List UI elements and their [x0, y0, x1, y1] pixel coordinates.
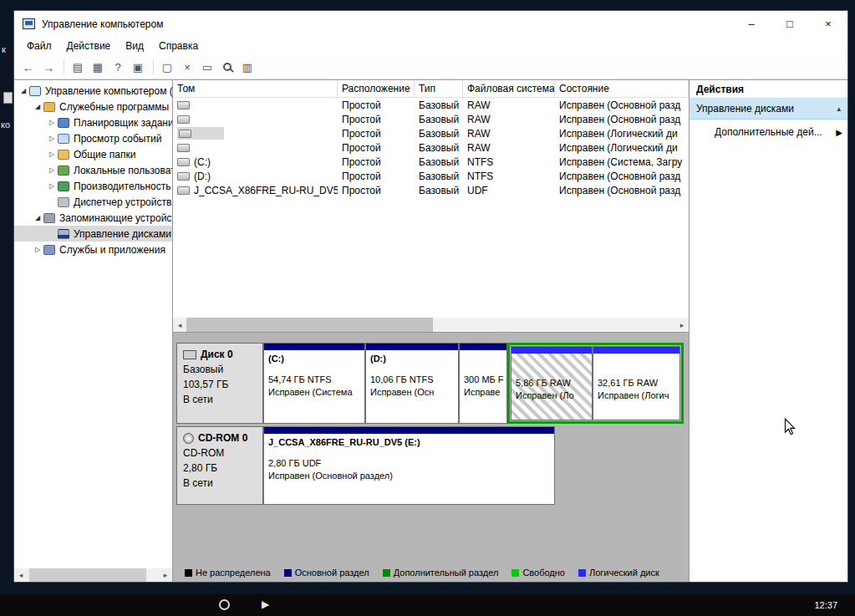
expander-icon[interactable]: ◢ [32, 214, 43, 221]
expander-icon[interactable]: ◢ [18, 87, 29, 94]
maximize-button[interactable]: □ [771, 11, 809, 37]
submenu-arrow-icon: ▶ [836, 128, 842, 137]
menu-view[interactable]: Вид [118, 38, 151, 54]
tree-item-shared-folders[interactable]: ▷ Общие папки [14, 146, 172, 162]
new-window-icon: ▢ [162, 61, 172, 74]
disk-0-info[interactable]: Диск 0 Базовый 103,57 ГБ В сети [176, 343, 263, 424]
volume-row[interactable]: Простой Базовый RAW Исправен (Основной р… [173, 112, 689, 126]
back-button[interactable]: ← [19, 58, 38, 76]
partition-body: 300 МБ F Исправе [460, 350, 506, 423]
volume-row[interactable]: Простой Базовый RAW Исправен (Логический… [173, 140, 689, 155]
collapse-arrow-icon[interactable]: ▴ [837, 104, 841, 113]
actions-disk-management[interactable]: Управление дисками ▴ [690, 99, 847, 120]
forward-button[interactable]: → [39, 58, 58, 76]
volume-name-cell [173, 112, 338, 126]
primary-partition-stripe [460, 344, 506, 350]
column-header-layout[interactable]: Расположение [338, 80, 415, 97]
taskbar-clock[interactable]: 12:37 [814, 600, 837, 610]
expander-icon[interactable]: ▷ [46, 150, 58, 158]
expander-icon[interactable]: ▷ [32, 246, 43, 253]
window-controls: – □ × [732, 11, 847, 37]
expander-icon[interactable]: ▷ [46, 166, 58, 174]
taskbar[interactable]: ▶ 12:37 [0, 594, 855, 616]
column-header-type[interactable]: Тип [415, 80, 463, 97]
filmstrip-button[interactable]: ▥ [238, 58, 257, 76]
actions-panel-title: Действия [690, 80, 847, 99]
tree-item-device-manager[interactable]: Диспетчер устройств [14, 194, 172, 210]
console-tree: ◢ Управление компьютером (л ◢ Служебные … [14, 83, 172, 257]
tree-item-system-tools[interactable]: ◢ Служебные программы [14, 99, 172, 115]
volume-row-focused[interactable]: Простой Базовый RAW Исправен (Логический… [173, 126, 689, 140]
expander-icon[interactable]: ▷ [46, 119, 58, 126]
tree-horizontal-scrollbar[interactable]: ◂ ▸ [14, 568, 172, 582]
close-button[interactable]: × [809, 11, 847, 37]
tree-item-performance[interactable]: ▷ Производительность [14, 178, 172, 194]
volume-icon [177, 172, 190, 181]
partition-recovery[interactable]: 300 МБ F Исправе [459, 343, 507, 424]
volume-list-horizontal-scrollbar[interactable]: ◂ ▸ [173, 318, 689, 332]
partition-c[interactable]: (C:) 54,74 ГБ NTFS Исправен (Система [263, 343, 365, 424]
cdrom-0-info[interactable]: CD-ROM 0 CD-ROM 2,80 ГБ В сети [176, 426, 263, 505]
minimize-button[interactable]: – [732, 11, 771, 37]
export-list-button[interactable]: ▤ [69, 58, 87, 76]
layout-cell: Простой [338, 155, 415, 169]
tree-item-services-applications[interactable]: ▷ Службы и приложения [14, 242, 172, 257]
store-play-icon[interactable]: ▶ [262, 598, 269, 610]
actions-more-actions[interactable]: Дополнительные дей... ▶ [690, 122, 847, 142]
properties-button[interactable]: ▣ [129, 58, 147, 76]
menu-help[interactable]: Справка [151, 38, 206, 54]
tree-item-disk-management[interactable]: Управление дисками [14, 226, 172, 242]
tree-item-storage[interactable]: ◢ Запоминающие устройст [14, 210, 172, 226]
tree-item-local-users[interactable]: ▷ Локальные пользовате [14, 162, 172, 178]
partition-body: (C:) 54,74 ГБ NTFS Исправен (Система [264, 350, 364, 423]
menu-action[interactable]: Действие [59, 38, 119, 54]
layout-cell: Простой [338, 140, 415, 155]
cortana-circle-icon[interactable] [219, 599, 230, 610]
status-cell: Исправен (Основной разд [555, 98, 689, 112]
partition-title: (D:) [370, 354, 454, 365]
type-cell: Базовый [415, 98, 463, 112]
help-button[interactable]: ? [109, 58, 127, 76]
tree-item-task-scheduler[interactable]: ▷ Планировщик заданий [14, 115, 172, 130]
scroll-left-icon[interactable]: ◂ [173, 321, 186, 329]
filesystem-cell: RAW [463, 98, 555, 112]
menu-file[interactable]: Файл [19, 38, 59, 54]
search-button[interactable] [218, 58, 237, 76]
volume-row[interactable]: (D:) Простой Базовый NTFS Исправен (Осно… [173, 169, 689, 183]
scroll-left-icon[interactable]: ◂ [14, 571, 28, 579]
open-folder-button[interactable]: ▭ [198, 58, 216, 76]
partition-d[interactable]: (D:) 10,06 ГБ NTFS Исправен (Осн [365, 343, 459, 424]
scroll-right-icon[interactable]: ▸ [159, 571, 172, 579]
type-cell: Базовый [415, 169, 463, 183]
column-header-volume[interactable]: Том [173, 80, 338, 97]
toolbar: ← → ▤ ▦ ? ▣ ▢ × ▭ ▥ [14, 55, 847, 79]
delete-button[interactable]: × [178, 58, 196, 76]
expander-icon[interactable]: ◢ [32, 103, 43, 110]
expander-icon[interactable]: ▷ [46, 182, 58, 190]
task-scheduler-icon [58, 118, 69, 128]
scroll-right-icon[interactable]: ▸ [675, 321, 689, 329]
volume-row[interactable]: J_CCSA_X86FRE_RU-RU_DV5 (E:) Простой Баз… [173, 183, 689, 197]
layout-cell: Простой [338, 169, 415, 183]
scrollbar-thumb[interactable] [186, 318, 433, 332]
console-tree-button[interactable]: ▦ [89, 58, 107, 76]
primary-partition-stripe [264, 344, 364, 350]
column-header-filesystem[interactable]: Файловая система [463, 80, 555, 97]
column-header-status[interactable]: Состояние [555, 80, 689, 97]
partition-legend: Не распределена Основной раздел Дополнит… [185, 568, 659, 578]
tree-item-event-viewer[interactable]: ▷ Просмотр событий [14, 130, 172, 146]
partition-raw-selected[interactable]: 5,86 ГБ RAW Исправен (Ло [511, 346, 593, 420]
status-cell: Исправен (Основной разд [555, 112, 689, 126]
volume-row[interactable]: Простой Базовый RAW Исправен (Основной р… [173, 98, 689, 112]
expander-icon[interactable]: ▷ [46, 135, 58, 142]
partition-e-media[interactable]: J_CCSA_X86FRE_RU-RU_DV5 (E:) 2,80 ГБ UDF… [263, 426, 555, 505]
partition-raw[interactable]: 32,61 ГБ RAW Исправен (Логич [593, 346, 680, 420]
scrollbar-thumb[interactable] [29, 568, 146, 582]
computer-management-window: Управление компьютером – □ × Файл Действ… [13, 10, 848, 583]
volume-row[interactable]: (C:) Простой Базовый NTFS Исправен (Сист… [173, 155, 689, 169]
titlebar[interactable]: Управление компьютером – □ × [14, 11, 847, 37]
new-window-button[interactable]: ▢ [158, 58, 176, 76]
disk-size: 2,80 ГБ [183, 462, 257, 474]
tree-item-computer-management[interactable]: ◢ Управление компьютером (л [14, 83, 172, 99]
partition-body: (D:) 10,06 ГБ NTFS Исправен (Осн [366, 350, 458, 423]
